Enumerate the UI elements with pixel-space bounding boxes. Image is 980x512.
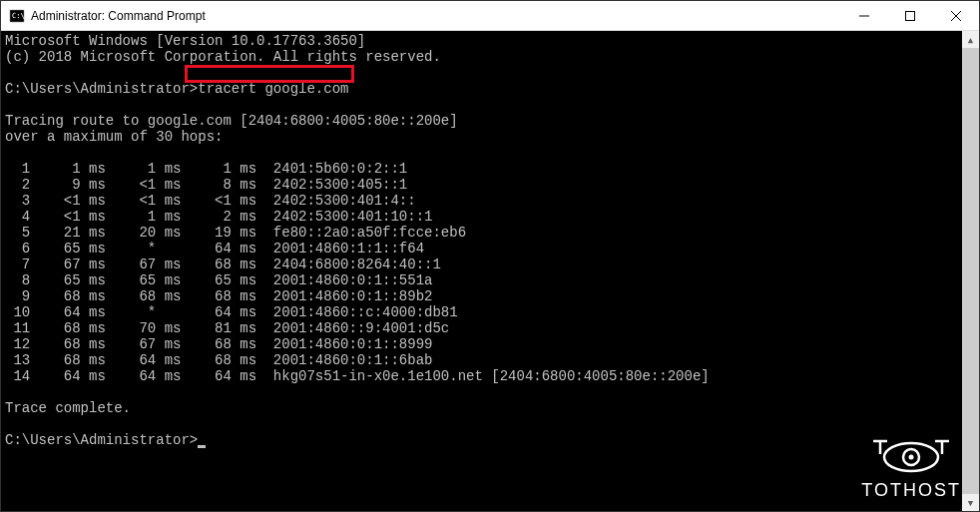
maximize-button[interactable] — [887, 1, 933, 31]
titlebar[interactable]: C:\ Administrator: Command Prompt — [1, 1, 979, 31]
logo-text: TOTHOST — [861, 480, 961, 501]
cursor — [198, 445, 206, 448]
scroll-thumb[interactable] — [962, 48, 979, 494]
svg-rect-3 — [906, 12, 915, 21]
scroll-up-button[interactable]: ▲ — [962, 31, 979, 48]
command-prompt-window: C:\ Administrator: Command Prompt Micros… — [0, 0, 980, 512]
tothost-logo: TOTHOST — [861, 436, 961, 501]
close-button[interactable] — [933, 1, 979, 31]
svg-text:C:\: C:\ — [12, 12, 25, 20]
window-controls — [841, 1, 979, 30]
cmd-icon: C:\ — [9, 8, 25, 24]
scroll-track[interactable] — [962, 48, 979, 494]
scroll-down-button[interactable]: ▼ — [962, 494, 979, 511]
window-title: Administrator: Command Prompt — [31, 9, 841, 23]
terminal-output[interactable]: Microsoft Windows [Version 10.0.17763.36… — [1, 31, 962, 511]
svg-point-8 — [909, 455, 914, 460]
scrollbar[interactable]: ▲ ▼ — [962, 31, 979, 511]
minimize-button[interactable] — [841, 1, 887, 31]
terminal-wrapper: Microsoft Windows [Version 10.0.17763.36… — [1, 31, 979, 511]
